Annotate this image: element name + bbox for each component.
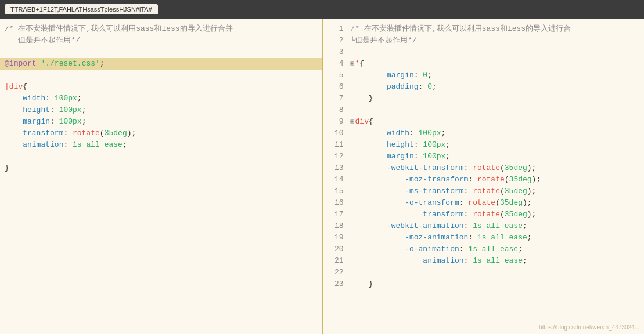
fold-icon[interactable]: ▣ [351, 58, 354, 70]
code-text: 1s all ease [477, 232, 527, 244]
line-number: 20 [328, 244, 344, 255]
code-text: 35deg [505, 186, 527, 197]
code-text: /* 在不安装插件情况下,我么可以利用sass和less的导入进行合并 [5, 23, 233, 35]
code-line: 18 -webkit-animation: 1s all ease; [323, 220, 645, 232]
code-text: : [419, 81, 428, 93]
code-text: ); [527, 162, 537, 174]
code-line: 7 } [323, 93, 645, 104]
code-text: ; [432, 81, 437, 93]
code-text: rotate [473, 162, 500, 174]
code-text: rotate [473, 209, 500, 220]
code-line: height: 100px; [0, 104, 322, 116]
code-text [351, 244, 405, 255]
line-number: 7 [328, 93, 344, 104]
code-text: * [355, 58, 360, 70]
line-number: 12 [328, 151, 344, 162]
code-text: -webkit-animation [387, 220, 464, 232]
code-line: 3 [323, 46, 645, 58]
code-text [351, 174, 405, 186]
code-text: 1s all ease [468, 244, 518, 255]
code-text [351, 139, 387, 151]
code-text: 0 [423, 70, 427, 81]
code-text: 100px [423, 139, 445, 151]
code-text [351, 151, 387, 162]
code-text: : [464, 162, 473, 174]
line-number: 21 [328, 255, 344, 267]
code-text: |div [5, 81, 23, 93]
code-text: 100px [59, 104, 82, 116]
code-text: : [464, 220, 473, 232]
code-text: -o-animation [405, 244, 459, 255]
line-number: 15 [328, 186, 344, 197]
code-text: { [23, 81, 27, 93]
code-text: ; [523, 220, 527, 232]
code-text [5, 116, 23, 128]
code-text [351, 128, 387, 139]
code-text: rotate [468, 197, 495, 209]
code-line: } [0, 162, 322, 174]
code-text: : [50, 104, 59, 116]
code-text: ); [127, 128, 136, 139]
code-text: 1s all ease [73, 139, 123, 151]
code-text: 0 [427, 81, 432, 93]
code-text: 35deg [505, 209, 527, 220]
code-text: : [63, 128, 73, 139]
line-number: 11 [328, 139, 344, 151]
line-number: 1 [328, 23, 344, 35]
code-line: 2 └但是并不起作用*/ [323, 35, 645, 46]
code-text [351, 186, 405, 197]
code-text: : [459, 244, 469, 255]
code-text: padding [387, 81, 419, 93]
code-text [351, 255, 423, 267]
code-text: : [63, 139, 73, 151]
code-text: : [468, 174, 477, 186]
code-text: div [355, 116, 369, 128]
code-line: 16 -o-transform: rotate(35deg); [323, 197, 645, 209]
code-text: @import [5, 58, 41, 70]
line-number: 6 [328, 81, 344, 93]
code-text: : [414, 151, 423, 162]
code-text: ; [518, 244, 523, 255]
code-text: transform [23, 128, 63, 139]
line-number: 13 [328, 162, 344, 174]
line-number: 18 [328, 220, 344, 232]
code-line: animation: 1s all ease; [0, 139, 322, 151]
code-text: animation [423, 255, 463, 267]
code-text: rotate [73, 128, 100, 139]
code-text: 100px [55, 93, 77, 104]
line-number: 9 [328, 116, 344, 128]
code-text: width [387, 128, 409, 139]
code-text: ( [500, 209, 505, 220]
code-line: 9 ▣ div{ [323, 116, 645, 128]
code-text: 但是并不起作用*/ [5, 35, 80, 46]
code-line: 14 -moz-transform: rotate(35deg); [323, 174, 645, 186]
code-text: ; [123, 139, 127, 151]
code-line: 10 width: 100px; [323, 128, 645, 139]
fold-icon[interactable]: ▣ [351, 116, 354, 128]
left-pane: /* 在不安装插件情况下,我么可以利用sass和less的导入进行合并 但是并不… [0, 19, 323, 334]
code-text: -moz-animation [405, 232, 468, 244]
code-text [5, 104, 23, 116]
code-text: rotate [477, 174, 505, 186]
code-text: : [468, 232, 477, 244]
code-text: 35deg [105, 128, 127, 139]
tab-label[interactable]: TTRAEB+1F12T,FAHLATHsassTplessHJSN#iTA# [5, 4, 158, 14]
code-text: 100px [423, 151, 445, 162]
code-text: ; [441, 128, 446, 139]
code-text: { [359, 58, 364, 70]
main-content: /* 在不安装插件情况下,我么可以利用sass和less的导入进行合并 但是并不… [0, 19, 644, 334]
code-text: } [5, 162, 9, 174]
code-text [351, 209, 423, 220]
code-text: : [459, 197, 469, 209]
code-line: 但是并不起作用*/ [0, 35, 322, 46]
line-number: 3 [328, 46, 344, 58]
line-number: 22 [328, 267, 344, 278]
code-text [351, 232, 405, 244]
line-number: 5 [328, 70, 344, 81]
code-line: 17 transform: rotate(35deg); [323, 209, 645, 220]
line-number: 16 [328, 197, 344, 209]
code-text: ); [527, 186, 537, 197]
code-text: : [50, 116, 59, 128]
code-text: 35deg [509, 174, 532, 186]
code-text: animation [23, 139, 63, 151]
